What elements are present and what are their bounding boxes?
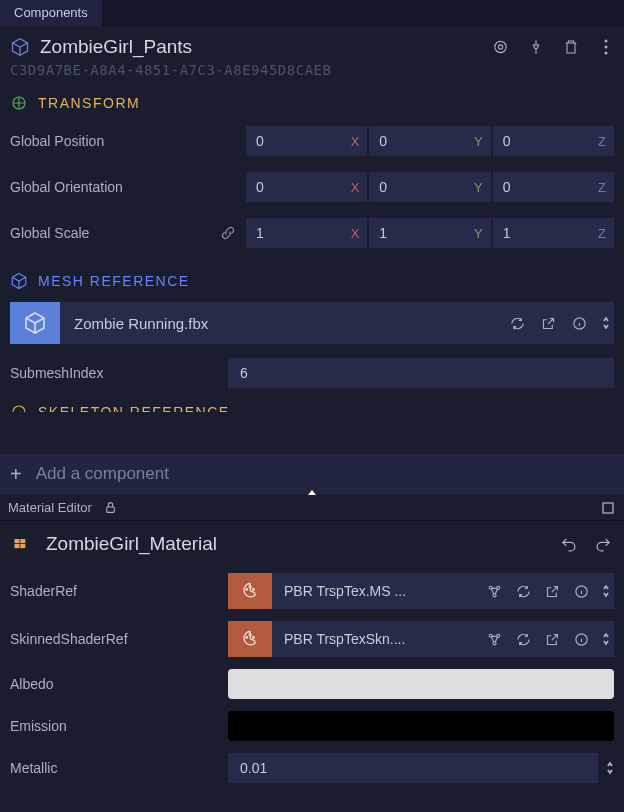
section-transform[interactable]: TRANSFORM xyxy=(0,78,624,118)
row-albedo: Albedo xyxy=(0,663,624,705)
material-name[interactable]: ZombieGirl_Material xyxy=(46,533,546,555)
svg-point-22 xyxy=(246,637,248,639)
svg-point-17 xyxy=(253,589,255,591)
position-z-input[interactable]: 0Z xyxy=(493,126,614,156)
svg-point-24 xyxy=(253,637,255,639)
svg-rect-11 xyxy=(15,539,20,543)
expand-icon[interactable] xyxy=(602,583,610,600)
refresh-icon[interactable] xyxy=(515,583,532,600)
scale-y-input[interactable]: 1Y xyxy=(369,218,490,248)
emission-color[interactable] xyxy=(228,711,614,741)
shader-ref-thumb[interactable] xyxy=(228,573,272,609)
skeleton-icon xyxy=(10,403,28,412)
metallic-input[interactable]: 0.01 xyxy=(228,753,598,783)
plus-icon: + xyxy=(10,463,22,486)
expand-icon[interactable] xyxy=(606,760,614,777)
albedo-color[interactable] xyxy=(228,669,614,699)
svg-rect-13 xyxy=(15,544,20,548)
undo-icon[interactable] xyxy=(560,536,577,553)
section-title-transform: TRANSFORM xyxy=(38,95,140,111)
trash-icon[interactable] xyxy=(562,39,579,56)
maximize-icon[interactable] xyxy=(607,4,624,21)
svg-rect-9 xyxy=(107,506,115,511)
lock-icon[interactable] xyxy=(104,501,118,515)
svg-point-3 xyxy=(604,40,607,43)
expand-icon[interactable] xyxy=(602,315,610,332)
label-shader-ref: ShaderRef xyxy=(10,583,220,599)
row-submesh-index: SubmeshIndex 6 xyxy=(0,350,624,396)
add-component-button[interactable]: + Add a component xyxy=(0,454,624,494)
expand-icon[interactable] xyxy=(602,631,610,648)
shader-ref-value[interactable]: PBR TrspTex.MS ... xyxy=(272,573,476,609)
mesh-asset-name[interactable]: Zombie Running.fbx xyxy=(60,302,499,344)
info-icon[interactable] xyxy=(573,631,590,648)
refresh-icon[interactable] xyxy=(515,631,532,648)
orientation-x-input[interactable]: 0X xyxy=(246,172,367,202)
svg-point-1 xyxy=(495,41,506,52)
refresh-icon[interactable] xyxy=(509,315,526,332)
position-x-input[interactable]: 0X xyxy=(246,126,367,156)
object-name[interactable]: ZombieGirl_Pants xyxy=(40,36,482,58)
redo-icon[interactable] xyxy=(595,536,612,553)
svg-rect-0 xyxy=(615,12,616,13)
skinned-shader-ref-value[interactable]: PBR TrspTexSkn.... xyxy=(272,621,476,657)
submesh-index-input[interactable]: 6 xyxy=(228,358,614,388)
transform-icon xyxy=(10,94,28,112)
section-title-skeleton: SKELETON REFERENCE xyxy=(38,404,230,412)
svg-point-2 xyxy=(498,45,502,49)
svg-point-4 xyxy=(604,46,607,49)
svg-point-15 xyxy=(246,589,248,591)
pin-icon[interactable] xyxy=(527,39,544,56)
mesh-thumb[interactable] xyxy=(10,302,60,344)
maximize-icon[interactable] xyxy=(599,499,616,516)
graph-icon[interactable] xyxy=(486,631,503,648)
row-global-position: Global Position 0X 0Y 0Z xyxy=(0,118,624,164)
row-emission: Emission xyxy=(0,705,624,747)
material-tabbar: Material Editor xyxy=(0,495,624,521)
tab-components[interactable]: Components xyxy=(0,0,102,26)
object-guid: C3D9A7BE-A8A4-4851-A7C3-A8E945D8CAEB xyxy=(10,62,614,78)
material-header: ZombieGirl_Material xyxy=(0,521,624,567)
info-icon[interactable] xyxy=(571,315,588,332)
row-metallic: Metallic 0.01 xyxy=(0,747,624,789)
mesh-asset-row: Zombie Running.fbx xyxy=(0,296,624,350)
open-external-icon[interactable] xyxy=(544,631,561,648)
info-icon[interactable] xyxy=(573,583,590,600)
section-mesh-reference[interactable]: MESH REFERENCE xyxy=(0,256,624,296)
open-external-icon[interactable] xyxy=(544,583,561,600)
tab-material-editor[interactable]: Material Editor xyxy=(8,500,92,515)
orientation-y-input[interactable]: 0Y xyxy=(369,172,490,202)
object-header: ZombieGirl_Pants C3D9A7BE-A8A4-4851-A7C3… xyxy=(0,26,624,78)
position-y-input[interactable]: 0Y xyxy=(369,126,490,156)
orientation-z-input[interactable]: 0Z xyxy=(493,172,614,202)
label-global-scale: Global Scale xyxy=(10,225,210,241)
scale-x-input[interactable]: 1X xyxy=(246,218,367,248)
scale-z-input[interactable]: 1Z xyxy=(493,218,614,248)
material-icon xyxy=(12,534,32,554)
entity-cube-icon xyxy=(10,37,30,57)
label-metallic: Metallic xyxy=(10,760,220,776)
label-global-orientation: Global Orientation xyxy=(10,179,210,195)
label-global-position: Global Position xyxy=(10,133,210,149)
link-scale-icon[interactable] xyxy=(218,225,238,241)
section-skeleton-reference[interactable]: SKELETON REFERENCE xyxy=(0,396,624,412)
open-external-icon[interactable] xyxy=(540,315,557,332)
target-icon[interactable] xyxy=(492,39,509,56)
row-global-orientation: Global Orientation 0X 0Y 0Z xyxy=(0,164,624,210)
svg-point-5 xyxy=(604,52,607,55)
row-shader-ref: ShaderRef PBR TrspTex.MS ... xyxy=(0,567,624,615)
label-skinned-shader-ref: SkinnedShaderRef xyxy=(10,631,220,647)
row-skinned-shader-ref: SkinnedShaderRef PBR TrspTexSkn.... xyxy=(0,615,624,663)
label-albedo: Albedo xyxy=(10,676,220,692)
material-editor-panel: Material Editor ZombieGirl_Material Shad… xyxy=(0,495,624,812)
mesh-icon xyxy=(10,272,28,290)
graph-icon[interactable] xyxy=(486,583,503,600)
svg-point-8 xyxy=(13,406,25,412)
svg-rect-14 xyxy=(20,544,25,548)
components-tabbar: Components xyxy=(0,0,624,26)
row-global-scale: Global Scale 1X 1Y 1Z xyxy=(0,210,624,256)
skinned-shader-ref-thumb[interactable] xyxy=(228,621,272,657)
svg-rect-10 xyxy=(603,503,613,513)
svg-rect-12 xyxy=(20,539,25,543)
more-vert-icon[interactable] xyxy=(597,39,614,56)
